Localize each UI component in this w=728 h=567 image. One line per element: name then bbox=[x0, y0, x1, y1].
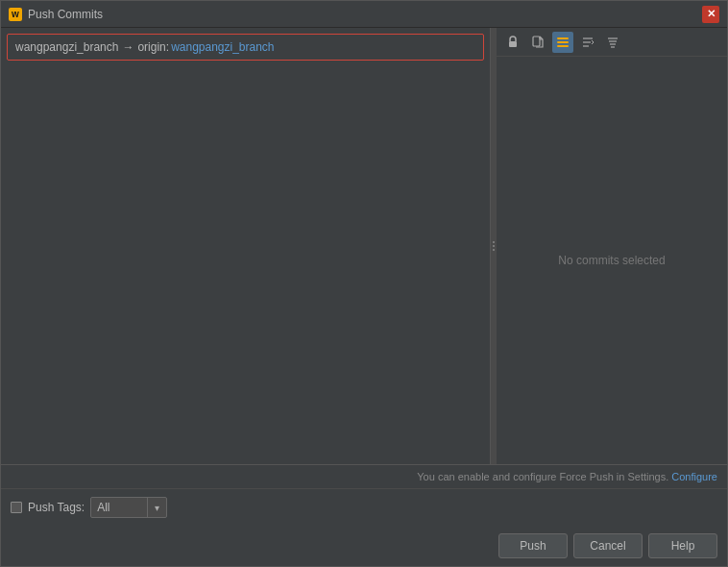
divider-dot-2 bbox=[493, 245, 495, 247]
push-tags-checkbox[interactable] bbox=[11, 502, 22, 513]
target-branch: wangpangzi_branch bbox=[171, 40, 274, 54]
branch-info[interactable]: wangpangzi_branch → origin : wangpangzi_… bbox=[7, 34, 484, 61]
svg-rect-0 bbox=[509, 41, 517, 47]
svg-rect-2 bbox=[557, 37, 569, 39]
push-button[interactable]: Push bbox=[498, 533, 568, 558]
right-panel: No commits selected bbox=[497, 28, 727, 464]
sort-icon-btn[interactable] bbox=[577, 32, 598, 53]
divider-dot-3 bbox=[493, 249, 495, 251]
force-push-info: You can enable and configure Force Push … bbox=[1, 465, 727, 489]
commit-details-area: No commits selected bbox=[497, 57, 727, 464]
commits-list bbox=[1, 66, 490, 464]
colon-separator: : bbox=[166, 40, 169, 54]
chevron-down-icon[interactable]: ▾ bbox=[147, 498, 166, 517]
tags-dropdown[interactable]: All ▾ bbox=[90, 497, 167, 518]
svg-rect-3 bbox=[557, 41, 569, 43]
commits-view-btn[interactable] bbox=[552, 32, 573, 53]
title-bar-left: w Push Commits bbox=[9, 8, 103, 21]
divider-dots bbox=[493, 241, 495, 251]
right-toolbar bbox=[497, 28, 727, 57]
app-icon: w bbox=[9, 8, 22, 21]
remote-name: origin bbox=[137, 40, 165, 54]
lock-icon-btn[interactable] bbox=[502, 32, 523, 53]
left-panel: wangpangzi_branch → origin : wangpangzi_… bbox=[1, 28, 491, 464]
push-commits-dialog: w Push Commits ✕ wangpangzi_branch → ori… bbox=[0, 0, 728, 567]
file-icon-btn[interactable] bbox=[527, 32, 548, 53]
title-bar: w Push Commits ✕ bbox=[1, 1, 727, 28]
cancel-button[interactable]: Cancel bbox=[573, 533, 643, 558]
divider-dot-1 bbox=[493, 241, 495, 243]
source-branch: wangpangzi_branch bbox=[15, 40, 118, 54]
button-row: Push Cancel Help bbox=[1, 526, 727, 566]
dialog-title: Push Commits bbox=[28, 8, 103, 21]
no-commits-label: No commits selected bbox=[558, 254, 665, 267]
top-pane: wangpangzi_branch → origin : wangpangzi_… bbox=[1, 28, 727, 464]
push-tags-label: Push Tags: bbox=[28, 501, 85, 514]
close-button[interactable]: ✕ bbox=[702, 6, 719, 23]
force-push-text: You can enable and configure Force Push … bbox=[417, 471, 668, 482]
tags-dropdown-value: All bbox=[91, 501, 147, 514]
arrow-icon: → bbox=[122, 40, 133, 54]
svg-rect-1 bbox=[533, 37, 540, 46]
tags-row: Push Tags: All ▾ bbox=[1, 489, 727, 526]
dialog-body: wangpangzi_branch → origin : wangpangzi_… bbox=[1, 28, 727, 566]
configure-link[interactable]: Configure bbox=[671, 471, 717, 482]
filter-icon-btn[interactable] bbox=[602, 32, 623, 53]
svg-rect-4 bbox=[557, 45, 569, 47]
help-button[interactable]: Help bbox=[648, 533, 717, 558]
bottom-section: You can enable and configure Force Push … bbox=[1, 464, 727, 566]
